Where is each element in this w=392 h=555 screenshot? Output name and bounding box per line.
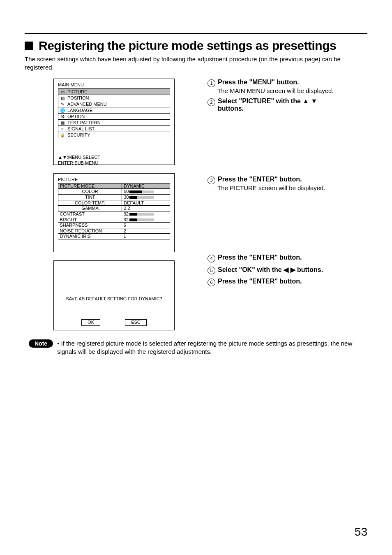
note-text: • If the registered picture mode is sele… [57, 339, 367, 356]
step-number-icon: 4 [208, 255, 215, 262]
square-bullet-icon [25, 42, 33, 50]
value: 6 [122, 223, 170, 228]
menu-item-language: 🌐LANGUAGE [58, 107, 170, 113]
step-1: 1 Press the "MENU" button. The MAIN MENU… [208, 79, 367, 94]
section-heading: Registering the picture mode settings as… [25, 39, 367, 53]
left-right-arrow-icon: ◀ ▶ [284, 266, 295, 273]
main-menu-list: ▭PICTURE ▧POSITION ✎ADVANCED MENU 🌐LANGU… [58, 88, 170, 139]
step-text: Press the "MENU" button. [218, 79, 299, 86]
label: COLOR TEMP. [58, 200, 122, 206]
option-icon: ⚒ [60, 114, 65, 119]
note-label: Note [29, 339, 53, 348]
confirm-dialog-osd: SAVE AS DEFAULT SETTING FOR DYNAMIC? OK … [53, 260, 175, 330]
step-number-icon: 1 [208, 79, 215, 87]
step-4: 4 Press the "ENTER" button. [208, 254, 367, 262]
row-noise-reduction: NOISE REDUCTION 2 [58, 228, 170, 234]
menu-item-test-pattern: ▦TEST PATTERN [58, 120, 170, 126]
picture-title: PICTURE [58, 177, 170, 182]
value: 2.2 [122, 206, 170, 211]
step-subtext: The PICTURE screen will be displayed. [217, 184, 367, 191]
note-block: Note • If the registered picture mode is… [25, 339, 367, 356]
signal-list-icon: ≡ [60, 127, 65, 131]
picture-icon: ▭ [60, 90, 65, 94]
language-icon: 🌐 [60, 108, 65, 113]
page-number: 53 [355, 525, 367, 539]
menu-label: PICTURE [67, 89, 87, 94]
picture-osd: PICTURE PICTURE MODE DYNAMIC COLOR 50 TI… [53, 173, 175, 253]
menu-label: TEST PATTERN [67, 120, 101, 125]
menu-label: POSITION [67, 95, 89, 100]
step-text: Press the "ENTER" button. [218, 254, 302, 261]
menu-label: ADVANCED MENU [67, 102, 107, 107]
footer-line-1: ▲▼:MENU SELECT [58, 155, 170, 160]
esc-button[interactable]: ESC [125, 319, 147, 326]
test-pattern-icon: ▦ [60, 121, 65, 125]
row-dynamic-iris: DYNAMIC IRIS 1 [58, 234, 170, 239]
step-text: Select "PICTURE" with the ▲ ▼ buttons. [218, 98, 317, 112]
value: 1 [122, 234, 170, 239]
row-contrast: CONTRAST 32 [58, 211, 170, 217]
row-tint: TINT 30 [58, 194, 170, 200]
row-bright: BRIGHT 32 [58, 217, 170, 223]
picture-mode-row: PICTURE MODE DYNAMIC [58, 183, 170, 189]
label: COLOR [58, 189, 122, 195]
menu-label: SECURITY [67, 132, 90, 137]
heading-text: Registering the picture mode settings as… [39, 39, 336, 53]
menu-item-security: 🔒SECURITY [58, 132, 170, 138]
label: CONTRAST [58, 211, 122, 217]
rule-top [25, 33, 367, 34]
label: GAMMA [58, 206, 122, 211]
bar-icon [129, 213, 154, 216]
step-subtext: The MAIN MENU screen will be displayed. [217, 87, 367, 94]
menu-label: OPTION [67, 114, 85, 119]
menu-item-position: ▧POSITION [58, 95, 170, 101]
step-number-icon: 2 [208, 98, 215, 106]
menu-item-option: ⚒OPTION [58, 114, 170, 120]
step-6: 6 Press the "ENTER" button. [208, 278, 367, 286]
step-text: Select "OK" with the ◀ ▶ buttons. [218, 266, 323, 274]
step-text: Press the "ENTER" button. [218, 176, 302, 183]
menu-label: LANGUAGE [67, 108, 92, 113]
main-menu-osd: MAIN MENU ▭PICTURE ▧POSITION ✎ADVANCED M… [53, 79, 175, 165]
value: 30 [124, 195, 129, 200]
position-icon: ▧ [60, 96, 65, 100]
footer-line-2: ENTER:SUB MENU [58, 160, 170, 166]
value: 2 [122, 228, 170, 234]
label: BRIGHT [58, 217, 122, 223]
value: 32 [124, 217, 129, 222]
main-menu-title: MAIN MENU [58, 82, 170, 88]
security-icon: 🔒 [60, 133, 65, 137]
main-menu-footer: ▲▼:MENU SELECT ENTER:SUB MENU [58, 155, 170, 165]
menu-item-advanced: ✎ADVANCED MENU [58, 101, 170, 107]
picture-table: PICTURE MODE DYNAMIC COLOR 50 TINT 30 CO… [58, 183, 170, 239]
menu-item-signal-list: ≡SIGNAL LIST [58, 126, 170, 132]
row-sharpness: SHARPNESS 6 [58, 223, 170, 228]
label: DYNAMIC IRIS [58, 234, 122, 239]
step-text: Press the "ENTER" button. [218, 278, 302, 285]
intro-paragraph: The screen settings which have been adju… [25, 55, 367, 72]
row-color: COLOR 50 [58, 189, 170, 195]
step-2: 2 Select "PICTURE" with the ▲ ▼ buttons. [208, 98, 367, 112]
bar-icon [129, 190, 154, 193]
bar-icon [129, 196, 154, 199]
step-number-icon: 3 [208, 176, 215, 184]
dialog-message: SAVE AS DEFAULT SETTING FOR DYNAMIC? [54, 296, 174, 301]
step-number-icon: 6 [208, 279, 215, 286]
step-3: 3 Press the "ENTER" button. The PICTURE … [208, 176, 367, 191]
value: 32 [124, 211, 129, 216]
label: NOISE REDUCTION [58, 228, 122, 234]
advanced-icon: ✎ [60, 102, 65, 107]
row-color-temp: COLOR TEMP. DEFAULT [58, 200, 170, 206]
step-number-icon: 5 [208, 267, 215, 274]
picture-mode-label: PICTURE MODE [58, 183, 122, 189]
step-5: 5 Select "OK" with the ◀ ▶ buttons. [208, 266, 367, 274]
label: TINT [58, 194, 122, 200]
menu-label: SIGNAL LIST [67, 126, 95, 131]
up-down-arrow-icon: ▲ ▼ [302, 98, 317, 104]
value: 50 [124, 189, 129, 194]
menu-item-picture: ▭PICTURE [58, 88, 170, 95]
label: SHARPNESS [58, 223, 122, 228]
value: DEFAULT [122, 200, 170, 206]
picture-mode-value: DYNAMIC [122, 183, 170, 189]
ok-button[interactable]: OK [81, 319, 100, 326]
